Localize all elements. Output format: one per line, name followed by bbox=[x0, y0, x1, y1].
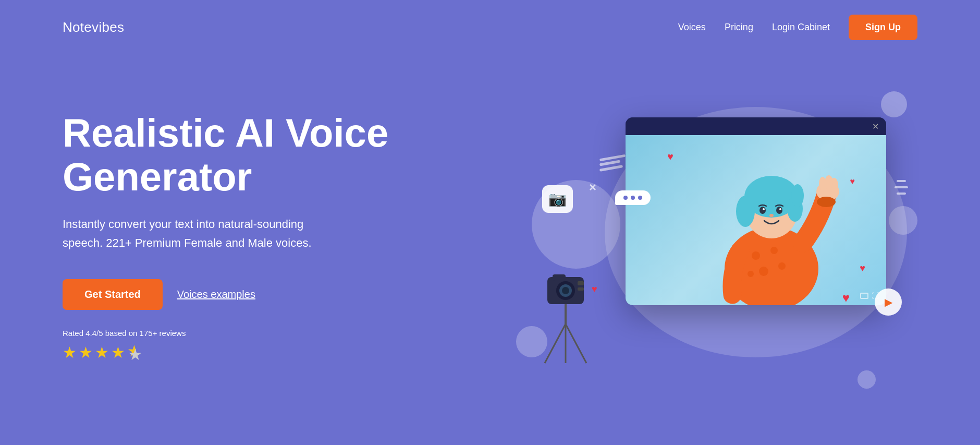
character-svg bbox=[693, 154, 850, 305]
svg-point-15 bbox=[779, 208, 781, 210]
navbar: Notevibes Voices Pricing Login Cabinet S… bbox=[0, 0, 980, 55]
sound-waves bbox=[895, 180, 908, 195]
star-half: ★★ bbox=[127, 342, 142, 364]
svg-point-12 bbox=[760, 207, 766, 214]
signup-button[interactable]: Sign Up bbox=[849, 15, 917, 40]
camera-tripod bbox=[537, 272, 594, 368]
heart-1: ♥ bbox=[667, 151, 673, 163]
deco-circle-small-2 bbox=[889, 206, 917, 235]
svg-point-4 bbox=[778, 262, 786, 270]
hero-buttons: Get Started Voices examples bbox=[63, 279, 417, 310]
svg-rect-27 bbox=[578, 281, 584, 285]
monitor-content: ♥ ♥ ♥ ⛶ bbox=[626, 135, 886, 305]
svg-point-14 bbox=[763, 208, 765, 210]
deco-circle-tiny-2 bbox=[858, 370, 876, 389]
play-button[interactable]: ▶ bbox=[875, 288, 902, 316]
svg-point-13 bbox=[776, 207, 782, 214]
chat-dot-3 bbox=[638, 196, 642, 200]
svg-rect-28 bbox=[578, 287, 584, 291]
svg-point-11 bbox=[791, 184, 804, 207]
star-4: ★ bbox=[111, 343, 125, 362]
svg-point-26 bbox=[562, 287, 569, 294]
stars: ★★★★★★ bbox=[63, 342, 417, 364]
hero-section: Realistic AI Voice Generator Instantly c… bbox=[0, 55, 980, 430]
voices-examples-link[interactable]: Voices examples bbox=[177, 288, 255, 300]
svg-point-16 bbox=[769, 214, 774, 217]
svg-point-3 bbox=[759, 267, 768, 276]
svg-point-20 bbox=[819, 177, 826, 190]
deco-x-icon: × bbox=[589, 180, 596, 195]
heart-float-1: ♥ bbox=[842, 291, 850, 305]
heart-float-2: ♥ bbox=[592, 284, 597, 295]
camera-icon: 📷 bbox=[542, 185, 573, 213]
deco-circle-tiny-1 bbox=[881, 91, 907, 117]
svg-line-32 bbox=[566, 324, 586, 363]
heart-2: ♥ bbox=[850, 177, 855, 186]
svg-point-21 bbox=[817, 197, 836, 207]
nav-links: Voices Pricing Login Cabinet Sign Up bbox=[678, 15, 917, 40]
chat-dot-2 bbox=[631, 196, 635, 200]
nav-pricing[interactable]: Pricing bbox=[725, 22, 753, 33]
svg-rect-23 bbox=[553, 274, 566, 281]
deco-lines bbox=[599, 157, 626, 170]
chat-bubble bbox=[615, 190, 651, 205]
svg-point-1 bbox=[752, 251, 760, 260]
nav-voices[interactable]: Voices bbox=[678, 22, 706, 33]
monitor-close-icon: ✕ bbox=[872, 122, 879, 131]
hero-left: Realistic AI Voice Generator Instantly c… bbox=[63, 111, 417, 364]
svg-point-5 bbox=[748, 271, 754, 277]
star-3: ★ bbox=[95, 343, 109, 362]
star-2: ★ bbox=[79, 343, 93, 362]
rating-section: Rated 4.4/5 based on 175+ reviews ★★★★★★ bbox=[63, 329, 417, 364]
monitor-titlebar: ✕ bbox=[626, 117, 886, 135]
hero-illustration: × 📷 ✕ bbox=[511, 76, 917, 399]
svg-point-9 bbox=[736, 196, 755, 227]
monitor-frame: ✕ bbox=[626, 117, 886, 305]
nav-login[interactable]: Login Cabinet bbox=[772, 22, 830, 33]
hero-title: Realistic AI Voice Generator bbox=[63, 111, 417, 198]
heart-3: ♥ bbox=[860, 263, 865, 274]
get-started-button[interactable]: Get Started bbox=[63, 279, 163, 310]
hero-subtitle: Instantly convert your text into natural… bbox=[63, 215, 344, 251]
rating-text: Rated 4.4/5 based on 175+ reviews bbox=[63, 329, 417, 338]
svg-point-2 bbox=[770, 247, 778, 254]
monitor-resize-icon bbox=[860, 293, 868, 299]
star-1: ★ bbox=[63, 343, 77, 362]
logo: Notevibes bbox=[63, 19, 124, 35]
chat-dot-1 bbox=[623, 196, 628, 200]
svg-line-30 bbox=[545, 324, 566, 363]
